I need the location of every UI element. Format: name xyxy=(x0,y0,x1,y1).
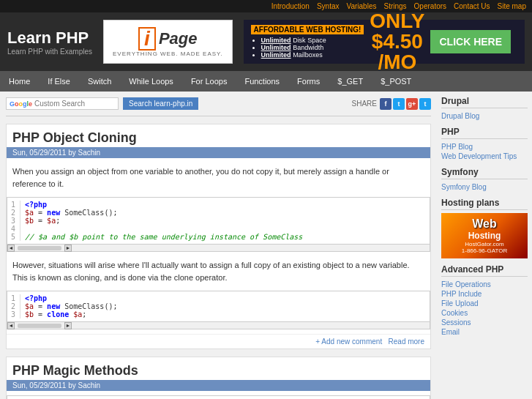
scroll-right-2[interactable]: ► xyxy=(64,322,72,329)
top-nav-sitemap[interactable]: Site map xyxy=(498,2,526,10)
nav-ifelse[interactable]: If Else xyxy=(39,71,79,92)
code-line: 5// $a and $b point to the same underlyi… xyxy=(7,233,430,241)
sidebar-link-web-dev[interactable]: Web Development Tips xyxy=(441,152,528,161)
sidebar-link-sessions[interactable]: Sessions xyxy=(441,318,528,327)
google-logo: Google xyxy=(10,100,32,108)
nav-functions[interactable]: Functions xyxy=(236,71,288,92)
nav-post[interactable]: $_POST xyxy=(372,71,420,92)
article1-intro: When you assign an object from one varia… xyxy=(7,163,430,193)
sidebar-title-advanced-php: Advanced PHP xyxy=(441,264,528,277)
code-lines-1: 1<?php 2$a = new SomeClass(); 3$b = $a; … xyxy=(7,198,430,244)
sidebar-link-php-include[interactable]: PHP Include xyxy=(441,289,528,299)
search-bar: Google Search learn-php.in SHARE f t g+ … xyxy=(6,97,431,116)
code-block-1: 1<?php 2$a = new SomeClass(); 3$b = $a; … xyxy=(7,197,430,252)
article1-mid-text: However, situations will arise where I'l… xyxy=(7,256,430,286)
scroll-track-1 xyxy=(18,246,61,250)
sidebar-section-symfony: Symfony Symfony Blog xyxy=(441,167,528,192)
facebook-share-icon[interactable]: f xyxy=(380,98,391,110)
code-scrollbar-1[interactable]: ◄ ► xyxy=(7,244,430,251)
sidebar-title-hosting: Hosting plans xyxy=(441,198,528,210)
code-line: 2$a = new SomeClass(); xyxy=(7,209,430,217)
sidebar-section-drupal: Drupal Drupal Blog xyxy=(441,96,528,121)
ad-bullets: Unlimited Disk Space Unlimited Bandwidth… xyxy=(251,37,364,59)
hosting-ad-widget[interactable]: Web Hosting HostGator.com1-866-96-GATOR xyxy=(441,213,528,258)
sidebar-link-cookies[interactable]: Cookies xyxy=(441,308,528,318)
code-line: 4 xyxy=(7,225,430,233)
share-area: SHARE f t g+ t xyxy=(352,98,431,110)
nav-switch[interactable]: Switch xyxy=(79,71,120,92)
top-nav-introduction[interactable]: Introduction xyxy=(271,2,310,10)
sidebar-link-file-operations[interactable]: File Operations xyxy=(441,280,528,289)
ad-price-block: ONLY $4.50 /MO xyxy=(370,11,424,72)
ad-price: $4.50 xyxy=(370,31,424,52)
code-scrollbar-2[interactable]: ◄ ► xyxy=(7,321,430,329)
article-php-magic-methods: PHP Magic Methods Sun, 05/29/2011 by Sac… xyxy=(6,357,431,399)
add-comment-link[interactable]: + Add new comment xyxy=(315,338,382,346)
code-line: 3$b = $a; xyxy=(7,217,430,225)
hosting-web-label: Web xyxy=(446,217,523,231)
code-lines-3: 1<?php 2class Caller { 3 private $x = ar… xyxy=(7,396,430,399)
ipage-logo[interactable]: i Page EVERYTHING WEB. MADE EASY. xyxy=(103,20,233,64)
article-php-object-cloning: PHP Object Cloning Sun, 05/29/2011 by Sa… xyxy=(6,124,431,349)
site-title: Learn PHP xyxy=(7,29,92,48)
sidebar-link-email[interactable]: Email xyxy=(441,327,528,337)
site-title-block: Learn PHP Learn PHP with Examples xyxy=(7,29,92,56)
read-more-link-1[interactable]: Read more xyxy=(389,338,424,346)
top-navigation: Introduction Syntax Variables Strings Op… xyxy=(0,0,532,12)
twitter1-share-icon[interactable]: t xyxy=(393,98,405,110)
search-input-wrapper: Google xyxy=(6,97,119,110)
scroll-right-1[interactable]: ► xyxy=(64,245,72,252)
main-content: Google Search learn-php.in SHARE f t g+ … xyxy=(0,92,437,399)
article2-meta: Sun, 05/29/2011 by Sachin xyxy=(7,380,430,391)
twitter2-share-icon[interactable]: t xyxy=(419,98,431,110)
code-line: 1<?php xyxy=(7,201,430,209)
scroll-track-2 xyxy=(18,324,61,328)
top-nav-contact[interactable]: Contact Us xyxy=(454,2,490,10)
code-line: 3$b = clone $a; xyxy=(7,310,430,318)
sidebar-title-drupal: Drupal xyxy=(441,96,528,108)
share-label: SHARE xyxy=(352,100,377,108)
nav-get[interactable]: $_GET xyxy=(329,71,372,92)
sidebar-section-php: PHP PHP Blog Web Development Tips xyxy=(441,127,528,161)
sidebar-link-php-blog[interactable]: PHP Blog xyxy=(441,142,528,152)
code-line: 2$a = new SomeClass(); xyxy=(7,302,430,310)
logo-i-letter: i xyxy=(138,27,156,51)
code-line: 1<?php xyxy=(7,294,430,302)
site-subtitle: Learn PHP with Examples xyxy=(7,48,92,56)
ad-title: AFFORDABLE WEB HOSTING! xyxy=(251,25,364,34)
search-button[interactable]: Search learn-php.in xyxy=(123,97,198,110)
share-icons: f t g+ t xyxy=(380,98,431,110)
sidebar-link-symfony-blog[interactable]: Symfony Blog xyxy=(441,182,528,192)
sidebar-link-drupal-blog[interactable]: Drupal Blog xyxy=(441,111,528,121)
sidebar: Drupal Drupal Blog PHP PHP Blog Web Deve… xyxy=(437,92,532,399)
article1-meta: Sun, 05/29/2011 by Sachin xyxy=(7,147,430,158)
article1-title: PHP Object Cloning xyxy=(7,124,430,147)
top-nav-syntax[interactable]: Syntax xyxy=(317,2,340,10)
ad-cta-button[interactable]: CLICK HERE xyxy=(430,30,511,53)
content-wrapper: Google Search learn-php.in SHARE f t g+ … xyxy=(0,92,532,399)
scroll-left-1[interactable]: ◄ xyxy=(7,245,15,252)
ad-banner[interactable]: AFFORDABLE WEB HOSTING! Unlimited Disk S… xyxy=(244,20,525,64)
ad-text-block: AFFORDABLE WEB HOSTING! Unlimited Disk S… xyxy=(251,25,364,59)
sidebar-link-file-upload[interactable]: File Upload xyxy=(441,299,528,308)
code-lines-2: 1<?php 2$a = new SomeClass(); 3$b = clon… xyxy=(7,291,430,321)
article2-title: PHP Magic Methods xyxy=(7,357,430,380)
hosting-sub-text: HostGator.com1-866-96-GATOR xyxy=(446,241,523,254)
sidebar-title-php: PHP xyxy=(441,127,528,139)
nav-forms[interactable]: Forms xyxy=(288,71,329,92)
nav-home[interactable]: Home xyxy=(0,71,39,92)
google-share-icon[interactable]: g+ xyxy=(406,98,418,110)
hosting-main-text: Hosting xyxy=(446,231,523,241)
scroll-left-2[interactable]: ◄ xyxy=(7,322,15,329)
search-input[interactable] xyxy=(34,100,115,108)
main-navigation: Home If Else Switch While Loops For Loop… xyxy=(0,71,532,92)
code-block-3: 1<?php 2class Caller { 3 private $x = ar… xyxy=(7,395,430,399)
nav-while-loops[interactable]: While Loops xyxy=(120,71,182,92)
article1-footer: + Add new comment Read more xyxy=(7,334,430,348)
sidebar-section-advanced-php: Advanced PHP File Operations PHP Include… xyxy=(441,264,528,337)
nav-for-loops[interactable]: For Loops xyxy=(182,71,236,92)
ad-only: ONLY xyxy=(370,11,424,31)
logo-page-text: Page xyxy=(159,29,198,48)
sidebar-title-symfony: Symfony xyxy=(441,167,528,179)
code-block-2: 1<?php 2$a = new SomeClass(); 3$b = clon… xyxy=(7,291,430,329)
